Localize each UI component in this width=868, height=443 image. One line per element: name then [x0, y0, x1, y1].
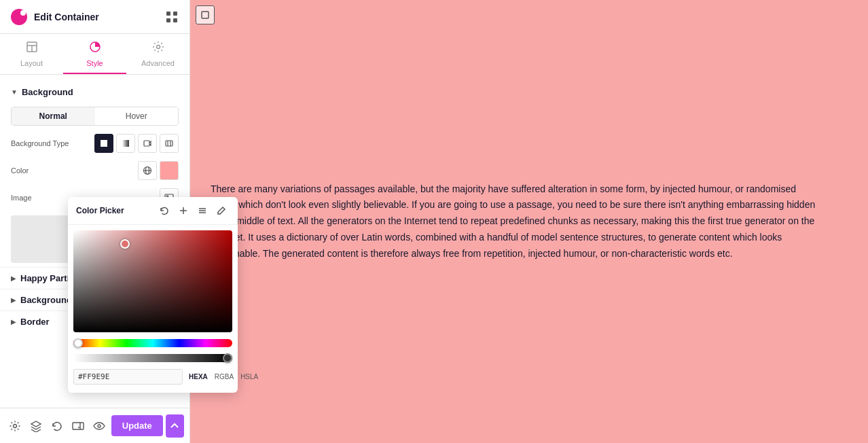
bg-type-gradient-button[interactable]	[116, 134, 135, 153]
hover-tab-button[interactable]: Hover	[95, 107, 179, 125]
advanced-icon	[152, 41, 164, 56]
update-button[interactable]: Update	[111, 415, 163, 436]
main-content: There are many variations of passages av…	[190, 0, 868, 443]
bg-type-slideshow-button[interactable]	[160, 134, 179, 153]
svg-rect-11	[144, 141, 149, 146]
svg-rect-10	[122, 140, 129, 147]
hue-slider[interactable]	[73, 339, 232, 347]
tab-style-label: Style	[86, 59, 103, 67]
app-logo	[11, 9, 27, 25]
normal-tab-button[interactable]: Normal	[12, 107, 95, 125]
happy-parti-chevron-icon: ▶	[11, 274, 16, 282]
picker-reset-button[interactable]	[156, 202, 173, 219]
sidebar-tabs: Layout Style Advanced	[0, 34, 189, 75]
image-label: Image	[11, 194, 72, 202]
svg-rect-3	[173, 18, 177, 22]
tab-style[interactable]: Style	[63, 34, 126, 74]
responsive-button[interactable]	[69, 414, 87, 438]
sidebar: Edit Container Layout	[0, 0, 190, 443]
format-hsla-button[interactable]: HSLA	[238, 372, 260, 382]
hex-input[interactable]	[73, 369, 183, 385]
background2-chevron-icon: ▶	[11, 296, 16, 304]
sidebar-footer: Update	[0, 408, 189, 443]
header-left: Edit Container	[11, 9, 99, 25]
border-chevron-icon: ▶	[11, 318, 16, 325]
border-label: Border	[20, 317, 50, 327]
bg-type-video-button[interactable]	[138, 134, 157, 153]
global-color-button[interactable]	[138, 161, 157, 180]
svg-rect-12	[166, 141, 173, 146]
layout-icon	[26, 41, 38, 56]
page-title: Edit Container	[34, 12, 99, 22]
color-label: Color	[11, 166, 72, 175]
grid-icon-button[interactable]	[165, 10, 179, 24]
svg-rect-2	[166, 18, 170, 22]
content-box: There are many variations of passages av…	[190, 0, 868, 443]
history-button[interactable]	[48, 414, 66, 438]
format-rgba-button[interactable]: RGBA	[213, 372, 236, 382]
svg-rect-9	[101, 140, 107, 147]
svg-rect-1	[173, 12, 177, 16]
color-picker-popup: Color Picker	[68, 197, 238, 393]
tab-layout-label: Layout	[20, 59, 43, 67]
bg-type-solid-button[interactable]	[94, 134, 113, 153]
format-hexa-button[interactable]: HEXA	[187, 372, 210, 382]
alpha-slider-container	[73, 353, 232, 365]
background-type-label: Background Type	[11, 139, 72, 147]
svg-rect-0	[166, 12, 170, 16]
picker-actions	[156, 202, 230, 219]
svg-point-24	[98, 425, 101, 427]
hue-slider-container	[73, 338, 232, 350]
alpha-slider[interactable]	[73, 354, 232, 362]
main-paragraph: There are many variations of passages av…	[211, 181, 822, 262]
settings-button[interactable]	[5, 414, 24, 438]
style-icon	[89, 41, 101, 56]
background2-label: Background	[20, 295, 72, 305]
background-type-row: Background Type	[0, 130, 189, 157]
svg-point-20	[13, 424, 16, 427]
tab-advanced-label: Advanced	[141, 59, 175, 67]
format-buttons: HEXA RGBA HSLA	[187, 372, 260, 382]
picker-edit-button[interactable]	[213, 202, 230, 219]
tab-layout[interactable]: Layout	[0, 34, 63, 74]
background-section-header[interactable]: ▼ Background	[0, 82, 189, 103]
color-input-row: HEXA RGBA HSLA	[73, 369, 232, 385]
svg-rect-21	[73, 423, 84, 429]
color-row: Color	[0, 157, 189, 184]
background-section-label: Background	[22, 87, 73, 97]
tab-advanced[interactable]: Advanced	[126, 34, 189, 74]
color-gradient-canvas[interactable]	[73, 230, 232, 332]
background-type-controls	[94, 134, 179, 153]
color-picker-title: Color Picker	[76, 206, 124, 215]
svg-rect-30	[202, 12, 209, 18]
color-controls	[138, 161, 179, 180]
color-picker-header: Color Picker	[68, 197, 238, 225]
preview-button[interactable]	[90, 414, 109, 438]
picker-add-button[interactable]	[175, 202, 192, 219]
normal-hover-toggle: Normal Hover	[11, 107, 179, 126]
chevron-up-button[interactable]	[166, 414, 184, 438]
layers-button[interactable]	[26, 414, 45, 438]
sidebar-header: Edit Container	[0, 0, 189, 34]
svg-point-8	[156, 46, 160, 49]
picker-list-button[interactable]	[194, 202, 211, 219]
container-select-handle[interactable]	[196, 5, 215, 24]
color-swatch[interactable]	[160, 161, 179, 180]
gradient-cursor	[120, 239, 130, 249]
background-chevron-icon: ▼	[11, 88, 18, 96]
